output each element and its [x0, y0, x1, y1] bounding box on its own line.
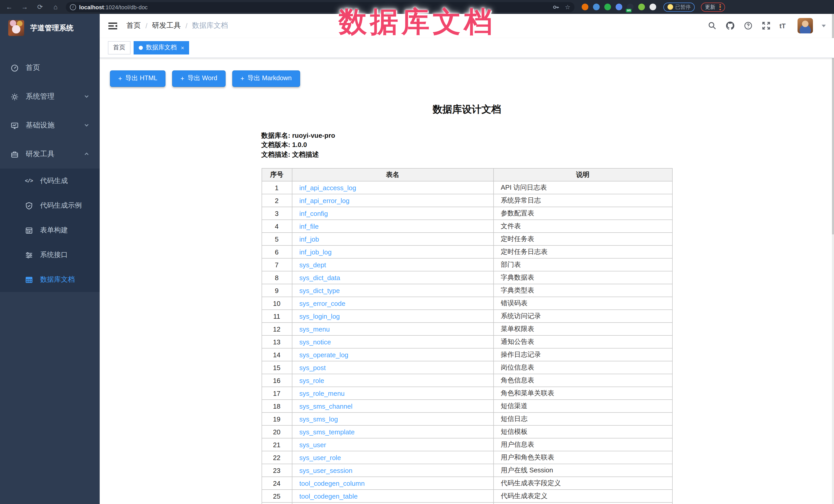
row-index: 12	[262, 323, 292, 336]
breadcrumb-item: 数据库文档	[192, 21, 228, 30]
extension-grid[interactable]	[616, 4, 622, 10]
chevron-down-icon[interactable]	[822, 25, 826, 29]
row-index: 5	[262, 233, 292, 246]
table-row: 1inf_api_access_logAPI 访问日志表	[262, 181, 672, 194]
row-index: 19	[262, 413, 292, 425]
forward-icon[interactable]: →	[20, 2, 30, 12]
row-description: 文件表	[493, 220, 672, 233]
menu-item-基础设施[interactable]: 基础设施	[0, 111, 100, 140]
table-column-header: 表名	[292, 169, 493, 181]
extension-blue[interactable]	[593, 4, 600, 10]
table-link[interactable]: sys_dict_type	[299, 287, 340, 294]
table-link[interactable]: sys_login_log	[299, 312, 340, 320]
table-row: 15sys_post岗位信息表	[262, 361, 672, 374]
browser-menu-icon[interactable]	[719, 4, 721, 10]
row-index: 13	[262, 336, 292, 349]
table-link[interactable]: sys_sms_template	[299, 428, 355, 436]
page-scrollbar[interactable]	[832, 14, 834, 504]
table-link[interactable]: inf_api_error_log	[299, 197, 349, 204]
update-button[interactable]: 更新	[701, 2, 725, 12]
bookmark-star-icon[interactable]: ☆	[565, 3, 570, 10]
search-icon[interactable]	[707, 21, 717, 30]
table-link[interactable]: sys_menu	[299, 325, 330, 333]
export-button[interactable]: +导出 Word	[172, 70, 225, 87]
font-size-icon[interactable]: tT	[779, 22, 786, 30]
tag-close-icon[interactable]: ×	[181, 45, 184, 51]
submenu-item-系统接口[interactable]: 系统接口	[0, 243, 100, 267]
table-link[interactable]: sys_user	[299, 441, 326, 449]
top-navbar: 首页/研发工具/数据库文档 tT	[100, 14, 834, 38]
table-link[interactable]: sys_role	[299, 377, 324, 385]
row-index: 3	[262, 207, 292, 220]
row-description: 通知公告表	[493, 336, 672, 349]
table-column-header: 序号	[262, 169, 292, 181]
table-row: 8sys_dict_data字典数据表	[262, 271, 672, 284]
menu-item-首页[interactable]: 首页	[0, 53, 100, 82]
export-button[interactable]: +导出 Markdown	[232, 70, 300, 87]
row-index: 17	[262, 387, 292, 400]
table-link[interactable]: sys_sms_log	[299, 415, 338, 423]
table-link[interactable]: sys_operate_log	[299, 351, 348, 359]
row-description: API 访问日志表	[493, 181, 672, 194]
fullscreen-icon[interactable]	[761, 21, 771, 30]
row-table-name: tool_test_demo	[292, 503, 493, 504]
row-index: 1	[262, 181, 292, 194]
address-bar[interactable]: i localhost:1024/tool/db-doc ☆	[66, 2, 574, 12]
row-description: 角色信息表	[493, 374, 672, 387]
table-link[interactable]: sys_post	[299, 364, 326, 372]
extension-puzzle[interactable]	[650, 4, 656, 10]
table-link[interactable]: tool_codegen_table	[299, 492, 358, 500]
table-link[interactable]: sys_user_role	[299, 454, 341, 462]
key-icon[interactable]	[552, 3, 559, 10]
menu-item-label: 系统管理	[26, 92, 76, 101]
tag-数据库文档[interactable]: 数据库文档×	[134, 41, 189, 54]
table-link[interactable]: sys_dict_data	[299, 274, 340, 282]
table-link[interactable]: sys_notice	[299, 338, 331, 346]
extension-green-check[interactable]	[604, 4, 611, 10]
site-info-icon[interactable]: i	[70, 4, 76, 10]
app-logo-row[interactable]: 芋道管理系统	[0, 14, 100, 42]
emoji-face-icon	[667, 4, 673, 10]
table-link[interactable]: sys_role_menu	[299, 390, 345, 397]
menu-item-研发工具[interactable]: 研发工具	[0, 140, 100, 169]
breadcrumb-item[interactable]: 研发工具	[152, 21, 181, 30]
extension-orange[interactable]	[582, 4, 588, 10]
table-link[interactable]: sys_error_code	[299, 300, 345, 307]
sidebar-collapse-icon[interactable]	[108, 21, 118, 31]
table-link[interactable]: inf_api_access_log	[299, 184, 356, 192]
extension-leaf[interactable]	[638, 4, 645, 10]
table-link[interactable]: inf_file	[299, 223, 319, 230]
table-row: 24tool_codegen_column代码生成表字段定义	[262, 477, 672, 490]
github-icon[interactable]	[725, 21, 734, 30]
export-button[interactable]: +导出 HTML	[110, 70, 166, 87]
paused-badge[interactable]: 已暂停	[663, 2, 695, 12]
extension-stack[interactable]: on	[627, 4, 634, 10]
row-table-name: sys_post	[292, 361, 493, 374]
table-link[interactable]: sys_user_session	[299, 467, 352, 475]
back-icon[interactable]: ←	[4, 2, 15, 12]
table-link[interactable]: inf_config	[299, 210, 328, 217]
table-link[interactable]: tool_codegen_column	[299, 480, 365, 487]
home-icon[interactable]: ⌂	[50, 2, 61, 12]
table-row: 13sys_notice通知公告表	[262, 336, 672, 349]
screen: 数据库文档 ←→⟳⌂ i localhost:1024/tool/db-doc …	[0, 0, 834, 504]
submenu-item-数据库文档[interactable]: 数据库文档	[0, 267, 100, 292]
help-icon[interactable]	[743, 21, 752, 30]
table-link[interactable]: sys_sms_channel	[299, 402, 352, 410]
user-avatar[interactable]	[797, 18, 813, 34]
submenu-item-代码生成[interactable]: </>代码生成	[0, 169, 100, 193]
table-link[interactable]: inf_job_log	[299, 248, 332, 256]
table-link[interactable]: inf_job	[299, 236, 319, 243]
submenu-item-代码生成示例[interactable]: 代码生成示例	[0, 193, 100, 218]
tag-首页[interactable]: 首页	[108, 41, 131, 54]
submenu-item-表单构建[interactable]: 表单构建	[0, 218, 100, 243]
breadcrumb-item[interactable]: 首页	[126, 21, 141, 30]
table-link[interactable]: sys_dept	[299, 261, 326, 269]
table-row: 26tool_test_demo字典类型表	[262, 503, 672, 504]
row-table-name: sys_user_session	[292, 464, 493, 477]
row-index: 24	[262, 477, 292, 490]
row-description: 短信日志	[493, 413, 672, 425]
reload-icon[interactable]: ⟳	[35, 2, 45, 12]
row-description: 代码生成表定义	[493, 490, 672, 503]
menu-item-系统管理[interactable]: 系统管理	[0, 82, 100, 111]
